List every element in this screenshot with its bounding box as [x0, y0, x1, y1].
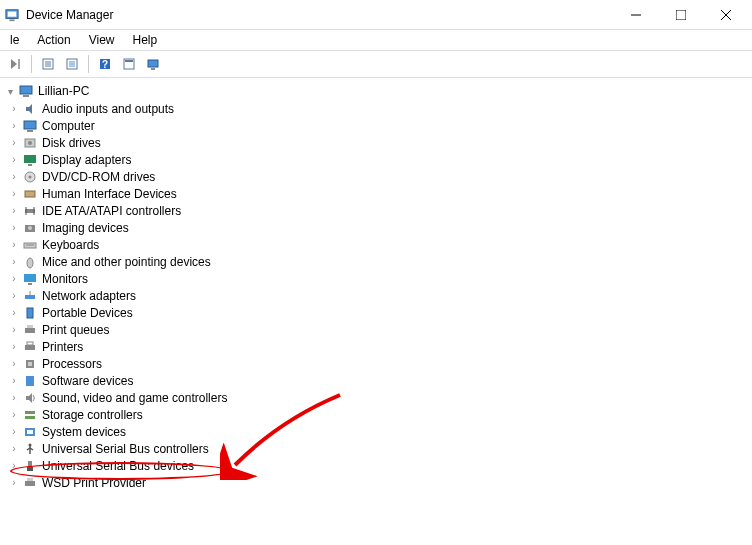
- monitor-icon: [22, 271, 38, 287]
- expand-icon[interactable]: ›: [8, 256, 20, 268]
- node-label: Imaging devices: [42, 221, 129, 235]
- tree-node[interactable]: ›WSD Print Provider: [0, 474, 752, 491]
- expand-icon[interactable]: ›: [8, 273, 20, 285]
- properties-button[interactable]: [37, 53, 59, 75]
- node-label: Monitors: [42, 272, 88, 286]
- expand-icon[interactable]: ›: [8, 137, 20, 149]
- root-label: Lillian-PC: [38, 84, 89, 98]
- svg-rect-26: [24, 155, 36, 163]
- expand-icon[interactable]: ›: [8, 460, 20, 472]
- expand-icon[interactable]: ›: [8, 188, 20, 200]
- close-button[interactable]: [703, 0, 748, 30]
- svg-text:?: ?: [102, 59, 108, 70]
- svg-rect-19: [151, 68, 155, 70]
- node-label: Software devices: [42, 374, 133, 388]
- tree-root[interactable]: ▾ Lillian-PC: [0, 82, 752, 100]
- tree-node[interactable]: ›Mice and other pointing devices: [0, 253, 752, 270]
- tree-node[interactable]: ›Disk drives: [0, 134, 752, 151]
- forward-button[interactable]: [4, 53, 26, 75]
- tree-node[interactable]: ›IDE ATA/ATAPI controllers: [0, 202, 752, 219]
- menu-help[interactable]: Help: [125, 31, 166, 49]
- expand-icon[interactable]: ›: [8, 205, 20, 217]
- svg-rect-47: [27, 342, 33, 345]
- tree-node[interactable]: ›DVD/CD-ROM drives: [0, 168, 752, 185]
- printqueue-icon: [22, 322, 38, 338]
- tree-node[interactable]: ›Keyboards: [0, 236, 752, 253]
- expand-icon[interactable]: ›: [8, 103, 20, 115]
- svg-rect-59: [28, 461, 32, 467]
- scan-button[interactable]: [61, 53, 83, 75]
- menu-action[interactable]: Action: [29, 31, 78, 49]
- node-label: Network adapters: [42, 289, 136, 303]
- devices-button[interactable]: [142, 53, 164, 75]
- svg-rect-17: [125, 60, 133, 62]
- network-icon: [22, 288, 38, 304]
- software-icon: [22, 373, 38, 389]
- tree-node[interactable]: ›Software devices: [0, 372, 752, 389]
- tree-node[interactable]: ›Audio inputs and outputs: [0, 100, 752, 117]
- portable-icon: [22, 305, 38, 321]
- expand-icon[interactable]: ›: [8, 307, 20, 319]
- node-label: Human Interface Devices: [42, 187, 177, 201]
- computer-icon: [18, 83, 34, 99]
- expand-icon[interactable]: ›: [8, 358, 20, 370]
- expand-icon[interactable]: ›: [8, 375, 20, 387]
- titlebar: Device Manager: [0, 0, 752, 30]
- svg-point-25: [28, 141, 32, 145]
- svg-rect-60: [27, 467, 33, 471]
- tree-node[interactable]: ›Universal Serial Bus devices: [0, 457, 752, 474]
- app-icon: [4, 7, 20, 23]
- toolbar: ?: [0, 50, 752, 78]
- expand-icon[interactable]: ›: [8, 324, 20, 336]
- expand-icon[interactable]: ›: [8, 392, 20, 404]
- menu-file[interactable]: le: [2, 31, 27, 49]
- tree-node[interactable]: ›Monitors: [0, 270, 752, 287]
- node-label: Audio inputs and outputs: [42, 102, 174, 116]
- svg-rect-62: [27, 478, 33, 481]
- svg-rect-50: [26, 376, 34, 386]
- toolbar-separator: [31, 55, 32, 73]
- audio-icon: [22, 101, 38, 117]
- expand-icon[interactable]: ›: [8, 409, 20, 421]
- expand-icon[interactable]: ›: [8, 290, 20, 302]
- tree-node[interactable]: ›System devices: [0, 423, 752, 440]
- view-button[interactable]: [118, 53, 140, 75]
- help-button[interactable]: ?: [94, 53, 116, 75]
- expand-icon[interactable]: ›: [8, 239, 20, 251]
- tree-node[interactable]: ›Processors: [0, 355, 752, 372]
- tree-node[interactable]: ›Print queues: [0, 321, 752, 338]
- usb-icon: [22, 441, 38, 457]
- expand-icon[interactable]: ›: [8, 426, 20, 438]
- expand-icon[interactable]: ›: [8, 120, 20, 132]
- expand-icon[interactable]: ▾: [4, 85, 16, 97]
- imaging-icon: [22, 220, 38, 236]
- svg-rect-27: [28, 164, 32, 166]
- expand-icon[interactable]: ›: [8, 443, 20, 455]
- tree-node[interactable]: ›Printers: [0, 338, 752, 355]
- maximize-button[interactable]: [658, 0, 703, 30]
- expand-icon[interactable]: ›: [8, 341, 20, 353]
- tree-node[interactable]: ›Network adapters: [0, 287, 752, 304]
- expand-icon[interactable]: ›: [8, 222, 20, 234]
- tree-node[interactable]: ›Sound, video and game controllers: [0, 389, 752, 406]
- cpu-icon: [22, 356, 38, 372]
- expand-icon[interactable]: ›: [8, 171, 20, 183]
- tree-node[interactable]: ›Human Interface Devices: [0, 185, 752, 202]
- tree-node[interactable]: ›Portable Devices: [0, 304, 752, 321]
- tree-node[interactable]: ›Computer: [0, 117, 752, 134]
- expand-icon[interactable]: ›: [8, 477, 20, 489]
- svg-point-38: [27, 258, 33, 268]
- node-label: Display adapters: [42, 153, 131, 167]
- dvd-icon: [22, 169, 38, 185]
- tree-node[interactable]: ›Universal Serial Bus controllers: [0, 440, 752, 457]
- tree-node[interactable]: ›Storage controllers: [0, 406, 752, 423]
- tree-node[interactable]: ›Imaging devices: [0, 219, 752, 236]
- menu-view[interactable]: View: [81, 31, 123, 49]
- node-label: Portable Devices: [42, 306, 133, 320]
- display-icon: [22, 152, 38, 168]
- minimize-button[interactable]: [613, 0, 658, 30]
- device-tree[interactable]: ▾ Lillian-PC ›Audio inputs and outputs›C…: [0, 78, 752, 545]
- svg-rect-21: [23, 95, 29, 97]
- expand-icon[interactable]: ›: [8, 154, 20, 166]
- tree-node[interactable]: ›Display adapters: [0, 151, 752, 168]
